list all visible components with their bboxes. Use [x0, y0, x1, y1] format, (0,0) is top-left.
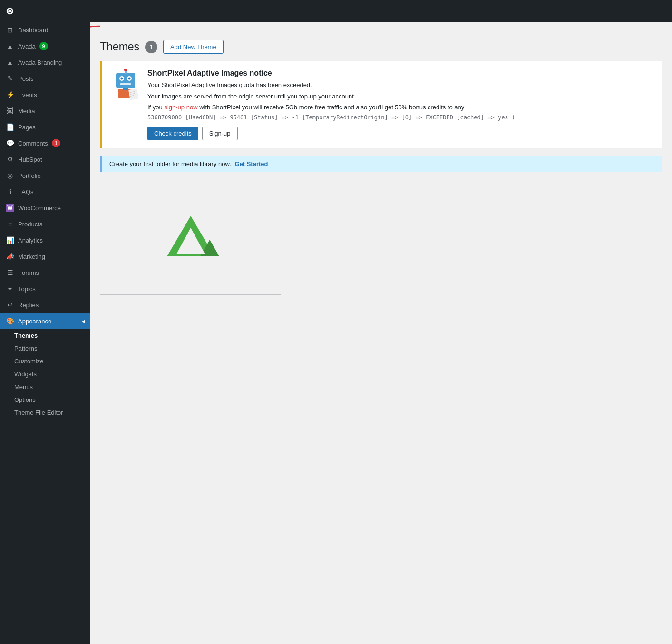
notice-code-line: 5368709000 [UsedCDN] => 95461 [Status] =…	[147, 114, 653, 121]
signup-button[interactable]: Sign-up	[202, 127, 238, 140]
comments-icon: 💬	[6, 139, 14, 147]
sidebar-item-dashboard[interactable]: ⊞ Dashboard	[0, 22, 90, 38]
themes-grid	[100, 180, 662, 295]
sidebar-item-label: Analytics	[18, 237, 43, 244]
notice-line2: Your images are served from the origin s…	[147, 92, 653, 101]
sidebar-item-label: FAQs	[18, 188, 34, 195]
submenu-item-options[interactable]: Options	[0, 393, 90, 406]
topics-icon: ✦	[6, 284, 14, 293]
notice-line1: Your ShortPixel Adaptive Images quota ha…	[147, 80, 653, 90]
sidebar-item-replies[interactable]: ↩ Replies	[0, 297, 90, 313]
sidebar-item-label: HubSpot	[18, 156, 42, 163]
notice-content: ShortPixel Adaptive Images notice Your S…	[147, 69, 653, 140]
svg-point-5	[128, 78, 131, 80]
appearance-section: 🎨 Appearance ◂ Themes Patterns Customize…	[0, 313, 90, 419]
sidebar-item-label: Marketing	[18, 253, 45, 260]
notice-line3: If you sign-up now with ShortPixel you w…	[147, 103, 653, 112]
pages-icon: 📄	[6, 123, 14, 131]
analytics-icon: 📊	[6, 236, 14, 244]
sidebar-item-products[interactable]: ≡ Products	[0, 216, 90, 232]
sidebar-item-label: Media	[18, 107, 35, 115]
get-started-link[interactable]: Get Started	[234, 160, 268, 167]
marketing-icon: 📣	[6, 252, 14, 261]
robot-svg	[111, 69, 140, 102]
sidebar-item-marketing[interactable]: 📣 Marketing	[0, 248, 90, 264]
sidebar-item-label: Posts	[18, 75, 34, 82]
sidebar-item-comments[interactable]: 💬 Comments 1	[0, 135, 90, 151]
red-arrow-icon	[90, 24, 105, 48]
avada-icon: ▲	[6, 42, 14, 50]
sidebar-item-pages[interactable]: 📄 Pages	[0, 119, 90, 135]
media-library-info-bar: Create your first folder for media libra…	[100, 156, 662, 172]
submenu-item-customize[interactable]: Customize	[0, 355, 90, 368]
collapse-icon[interactable]: ◂	[81, 317, 85, 325]
sidebar-item-label: Products	[18, 221, 42, 228]
sidebar-logo: ⊛	[0, 0, 90, 22]
submenu-item-menus[interactable]: Menus	[0, 381, 90, 393]
svg-point-4	[121, 78, 123, 80]
svg-rect-1	[116, 73, 135, 88]
notice-title: ShortPixel Adaptive Images notice	[147, 69, 653, 78]
submenu-item-themes[interactable]: Themes	[0, 329, 90, 342]
appearance-submenu: Themes Patterns Customize Widgets Menus …	[0, 329, 90, 419]
sidebar-item-avada-branding[interactable]: ▲ Avada Branding	[0, 54, 90, 70]
svg-rect-10	[123, 88, 128, 90]
signup-now-link[interactable]: sign-up now	[164, 104, 197, 111]
sidebar-item-posts[interactable]: ✎ Posts	[0, 70, 90, 87]
topbar	[90, 0, 672, 22]
hubspot-icon: ⚙	[6, 155, 14, 164]
theme-card-avada[interactable]	[100, 180, 281, 295]
comments-badge: 1	[52, 139, 60, 147]
sidebar-item-media[interactable]: 🖼 Media	[0, 103, 90, 119]
sidebar-item-label: Dashboard	[18, 27, 49, 34]
sidebar-item-faqs[interactable]: ℹ FAQs	[0, 184, 90, 200]
sidebar-item-appearance[interactable]: 🎨 Appearance ◂	[0, 313, 90, 329]
check-credits-button[interactable]: Check credits	[147, 127, 198, 140]
submenu-item-widgets[interactable]: Widgets	[0, 368, 90, 381]
sidebar-item-label: Avada Branding	[18, 59, 62, 66]
shortpixel-notice: ShortPixel Adaptive Images notice Your S…	[100, 61, 662, 148]
svg-rect-11	[128, 88, 139, 100]
main-content: Themes 1 Add New Theme	[90, 0, 672, 644]
avada-badge: 9	[39, 42, 48, 50]
sidebar-item-events[interactable]: ⚡ Events	[0, 87, 90, 103]
avada-branding-icon: ▲	[6, 58, 14, 67]
add-new-theme-button[interactable]: Add New Theme	[163, 40, 224, 54]
sidebar-item-label: Forums	[18, 269, 39, 276]
sidebar-item-label: Events	[18, 91, 37, 98]
sidebar-item-avada[interactable]: ▲ Avada 9	[0, 38, 90, 54]
sidebar-item-label: Appearance	[18, 318, 51, 325]
sidebar-item-label: Topics	[18, 285, 36, 293]
dashboard-icon: ⊞	[6, 26, 14, 34]
sidebar-item-forums[interactable]: ☰ Forums	[0, 264, 90, 281]
sidebar-item-analytics[interactable]: 📊 Analytics	[0, 232, 90, 248]
sidebar-item-label: Portfolio	[18, 172, 41, 179]
sidebar-item-label: Replies	[18, 302, 39, 309]
sidebar-item-topics[interactable]: ✦ Topics	[0, 281, 90, 297]
notice-line3-suffix: with ShortPixel you will receive 5Gb mor…	[198, 104, 465, 111]
forums-icon: ☰	[6, 268, 14, 277]
page-title: Themes	[100, 40, 139, 53]
sidebar-item-hubspot[interactable]: ⚙ HubSpot	[0, 151, 90, 167]
faqs-icon: ℹ	[6, 187, 14, 196]
sidebar-item-woocommerce[interactable]: W WooCommerce	[0, 200, 90, 216]
submenu-item-theme-file-editor[interactable]: Theme File Editor	[0, 406, 90, 419]
posts-icon: ✎	[6, 74, 14, 83]
page-header: Themes 1 Add New Theme	[100, 40, 662, 54]
sidebar-item-label: Pages	[18, 124, 36, 131]
events-icon: ⚡	[6, 90, 14, 99]
wp-logo: ⊛	[6, 5, 14, 17]
theme-preview	[100, 180, 281, 294]
notice-line3-prefix: If you	[147, 104, 164, 111]
submenu-item-patterns[interactable]: Patterns	[0, 342, 90, 355]
avada-logo-svg	[162, 214, 219, 261]
sidebar-item-label: WooCommerce	[18, 205, 61, 212]
portfolio-icon: ◎	[6, 171, 14, 180]
content-area: Themes 1 Add New Theme	[90, 22, 672, 644]
info-bar-text: Create your first folder for media libra…	[109, 160, 231, 167]
notice-robot-icon	[111, 69, 140, 108]
sidebar-item-portfolio[interactable]: ◎ Portfolio	[0, 167, 90, 184]
replies-icon: ↩	[6, 301, 14, 309]
sidebar-item-label: Comments	[18, 140, 48, 147]
sidebar: ⊛ ⊞ Dashboard ▲ Avada 9 ▲ Avada Branding…	[0, 0, 90, 644]
